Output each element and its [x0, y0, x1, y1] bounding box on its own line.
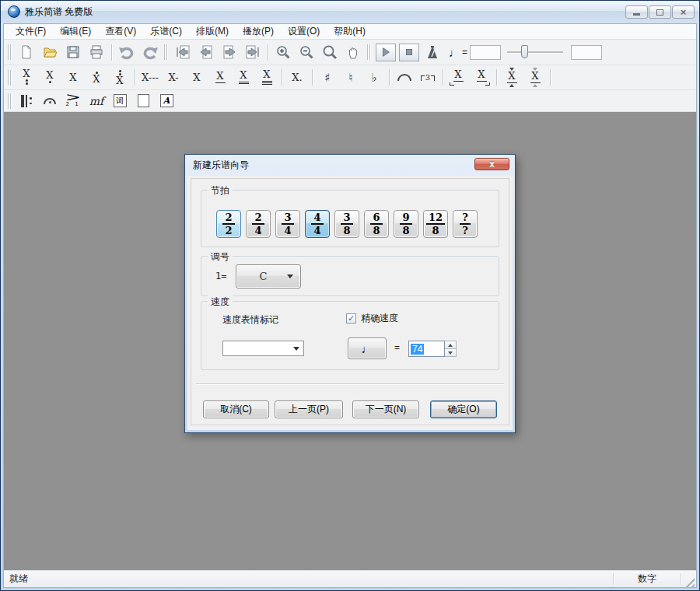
redo-button[interactable] — [138, 42, 162, 62]
last-page-button[interactable] — [241, 42, 264, 62]
menu-bar: 文件(F) 编辑(E) 查看(V) 乐谱(C) 排版(M) 播放(P) 设置(O… — [4, 24, 696, 40]
zoom-tool-button[interactable] — [318, 42, 341, 62]
dialog-title-bar[interactable]: 新建乐谱向导 — [185, 155, 515, 175]
pan-tool-button[interactable] — [341, 42, 365, 62]
octave-up-1-button[interactable]: X — [85, 67, 108, 89]
maximize-icon — [656, 9, 663, 16]
maximize-button[interactable] — [649, 5, 671, 19]
key-group-label: 调号 — [208, 250, 233, 264]
toolbar-gripper[interactable] — [8, 70, 11, 86]
next-page-button[interactable] — [218, 42, 241, 62]
tempo-slider[interactable] — [507, 44, 563, 60]
dialog-close-button[interactable]: x — [474, 158, 509, 170]
octave-up-2-button[interactable]: X — [108, 67, 131, 89]
meter-option-2-2[interactable]: 22 — [216, 210, 241, 238]
first-page-button[interactable] — [171, 42, 194, 62]
beat-note-button[interactable]: ♩ — [348, 337, 387, 359]
octave-down-2-button[interactable]: X — [15, 67, 38, 89]
toolbar-separator — [389, 69, 390, 86]
tremolo-button[interactable]: X — [500, 67, 523, 89]
magnifier-icon — [322, 44, 338, 60]
toolbar-standard: ♩ = — [4, 40, 696, 65]
menu-help[interactable]: 帮助(H) — [327, 24, 373, 39]
title-bar[interactable]: 雅乐简谱 免费版 × — [1, 1, 699, 23]
lyrics-button[interactable]: 词 — [108, 91, 131, 111]
zoom-out-button[interactable] — [295, 42, 318, 62]
flat-button[interactable]: ♭ — [362, 67, 386, 89]
octave-down-1-button[interactable]: X — [38, 67, 61, 89]
glissando-button[interactable]: X — [523, 67, 547, 89]
menu-edit[interactable]: 编辑(E) — [53, 24, 98, 39]
stop-icon — [403, 46, 415, 58]
ok-button[interactable]: 确定(O) — [430, 400, 497, 418]
meter-option-4-4[interactable]: 44 — [305, 210, 330, 238]
menu-play[interactable]: 播放(P) — [236, 24, 281, 39]
dotted-note-button[interactable]: X. — [285, 67, 309, 89]
meter-option-2-4[interactable]: 24 — [246, 210, 271, 238]
new-file-button[interactable] — [15, 42, 38, 62]
meter-option-12-8[interactable]: 128 — [423, 210, 448, 238]
thirtysecond-note-button[interactable]: X — [255, 67, 278, 89]
tempo-value-box[interactable] — [470, 45, 501, 60]
close-button[interactable]: × — [672, 5, 695, 19]
meter-option-custom[interactable]: ?? — [453, 210, 478, 238]
prev-page-button[interactable] — [194, 42, 218, 62]
metronome-button[interactable] — [421, 42, 444, 62]
half-note-button[interactable]: X- — [162, 67, 185, 89]
toolbar-gripper[interactable] — [8, 93, 11, 109]
sixteenth-note-button[interactable]: X — [232, 67, 255, 89]
zoom-in-button[interactable] — [271, 42, 295, 62]
toolbar-gripper[interactable] — [164, 44, 167, 60]
bpm-up-button[interactable] — [445, 341, 457, 349]
print-button[interactable] — [85, 42, 108, 62]
bpm-down-button[interactable] — [445, 349, 457, 357]
minimize-button[interactable] — [625, 5, 648, 19]
menu-layout[interactable]: 排版(M) — [189, 24, 236, 39]
menu-score[interactable]: 乐谱(C) — [143, 24, 189, 39]
tempo-display-box[interactable] — [571, 45, 602, 60]
natural-button[interactable]: ♮ — [339, 67, 362, 89]
toolbar-gripper[interactable] — [367, 44, 370, 60]
fermata-button[interactable] — [38, 91, 61, 111]
exact-tempo-row: ✓ 精确速度 — [346, 312, 398, 325]
menu-settings[interactable]: 设置(O) — [281, 24, 327, 39]
tempo-expression-select[interactable] — [222, 341, 304, 356]
octave-dot-below — [49, 81, 51, 83]
undo-button[interactable] — [115, 42, 138, 62]
quarter-note-button[interactable]: X — [185, 67, 208, 89]
meter-option-3-8[interactable]: 38 — [334, 210, 359, 238]
slur-button[interactable] — [393, 67, 416, 89]
tempo-slider-thumb[interactable] — [521, 45, 528, 58]
meter-option-3-4[interactable]: 34 — [275, 210, 300, 238]
bpm-input[interactable]: 74 — [408, 341, 445, 357]
font-button[interactable]: A — [155, 91, 178, 111]
octave-middle-button[interactable]: X — [61, 67, 85, 89]
key-select[interactable]: C — [236, 264, 301, 289]
grace-note-after-button[interactable]: X — [470, 67, 493, 89]
menu-file[interactable]: 文件(F) — [9, 24, 53, 39]
exact-tempo-checkbox[interactable]: ✓ — [346, 313, 356, 323]
meter-option-9-8[interactable]: 98 — [394, 210, 418, 238]
save-button[interactable] — [61, 42, 85, 62]
next-page-button[interactable]: 下一页(N) — [352, 400, 419, 418]
sharp-button[interactable]: ♯ — [316, 67, 339, 89]
eighth-note-button[interactable]: X — [208, 67, 232, 89]
previous-page-button[interactable]: 上一页(P) — [275, 400, 343, 418]
play-button[interactable] — [374, 42, 397, 62]
toolbar-gripper[interactable] — [8, 44, 11, 60]
meter-option-6-8[interactable]: 68 — [364, 210, 389, 238]
grace-note-before-button[interactable]: X — [446, 67, 470, 89]
cancel-button[interactable]: 取消(C) — [203, 400, 269, 418]
menu-view[interactable]: 查看(V) — [98, 24, 143, 39]
open-file-button[interactable] — [38, 42, 61, 62]
tuplet-button[interactable]: 3 — [416, 67, 439, 89]
paragraph-button[interactable] — [131, 91, 155, 111]
dynamics-button[interactable]: mf — [85, 91, 108, 111]
repeat-sign-button[interactable] — [15, 91, 38, 111]
flat-icon: ♭ — [371, 73, 376, 82]
toolbar-marks: >2 1 mf 词 A — [4, 90, 696, 112]
resize-grip[interactable] — [683, 575, 695, 587]
crescendo-button[interactable]: >2 1 — [61, 91, 85, 111]
whole-note-button[interactable]: X--- — [138, 67, 162, 89]
stop-button[interactable] — [397, 42, 421, 62]
